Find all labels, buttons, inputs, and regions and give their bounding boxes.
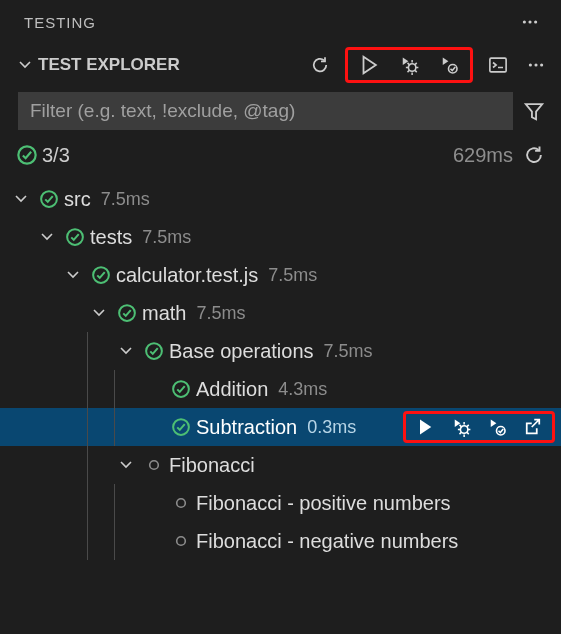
- pass-icon: [60, 227, 90, 247]
- pass-icon: [12, 144, 42, 166]
- tree-row-subtraction[interactable]: Subtraction 0.3ms: [0, 408, 561, 446]
- filter-icon[interactable]: [521, 98, 547, 124]
- unrun-icon: [166, 533, 196, 549]
- tree-time: 7.5ms: [101, 189, 150, 210]
- summary-count: 3/3: [42, 144, 70, 167]
- tree-label: src: [64, 188, 91, 211]
- pass-icon: [166, 379, 196, 399]
- tree-label: Fibonacci - negative numbers: [196, 530, 458, 553]
- tree-label: math: [142, 302, 186, 325]
- tree-row-baseops[interactable]: Base operations 7.5ms: [0, 332, 561, 370]
- chevron-down-icon[interactable]: [113, 457, 139, 473]
- chevron-down-icon[interactable]: [113, 343, 139, 359]
- tree-row-math[interactable]: math 7.5ms: [0, 294, 561, 332]
- pass-icon: [166, 417, 196, 437]
- tree-row-fibpos[interactable]: Fibonacci - positive numbers: [0, 484, 561, 522]
- tree-time: 7.5ms: [324, 341, 373, 362]
- run-group-highlight: [345, 47, 473, 83]
- tree-label: calculator.test.js: [116, 264, 258, 287]
- run-test-icon[interactable]: [412, 414, 438, 440]
- tree-row-fibneg[interactable]: Fibonacci - negative numbers: [0, 522, 561, 560]
- refresh-icon[interactable]: [307, 52, 333, 78]
- panel-title: TESTING: [24, 14, 96, 31]
- pass-icon: [86, 265, 116, 285]
- tree-time: 4.3ms: [278, 379, 327, 400]
- chevron-down-icon[interactable]: [34, 229, 60, 245]
- tree-label: Fibonacci: [169, 454, 255, 477]
- tree-time: 7.5ms: [142, 227, 191, 248]
- goto-source-icon[interactable]: [520, 414, 546, 440]
- pass-icon: [112, 303, 142, 323]
- tree-time: 0.3ms: [307, 417, 356, 438]
- debug-all-icon[interactable]: [396, 52, 422, 78]
- tree-row-src[interactable]: src 7.5ms: [0, 180, 561, 218]
- tree-time: 7.5ms: [268, 265, 317, 286]
- run-all-icon[interactable]: [356, 52, 382, 78]
- tree-label: Subtraction: [196, 416, 297, 439]
- tree-label: Base operations: [169, 340, 314, 363]
- tree-row-fib[interactable]: Fibonacci: [0, 446, 561, 484]
- tree-label: Addition: [196, 378, 268, 401]
- chevron-down-icon[interactable]: [8, 191, 34, 207]
- chevron-down-icon[interactable]: [12, 57, 38, 73]
- filter-input[interactable]: [18, 92, 513, 130]
- refresh-summary-icon[interactable]: [521, 142, 547, 168]
- tree-row-tests[interactable]: tests 7.5ms: [0, 218, 561, 256]
- coverage-all-icon[interactable]: [436, 52, 462, 78]
- tree-row-calc[interactable]: calculator.test.js 7.5ms: [0, 256, 561, 294]
- debug-test-icon[interactable]: [448, 414, 474, 440]
- terminal-icon[interactable]: [485, 52, 511, 78]
- tree-row-addition[interactable]: Addition 4.3ms: [0, 370, 561, 408]
- pass-icon: [34, 189, 64, 209]
- more-actions-icon[interactable]: [517, 9, 543, 35]
- row-actions-highlight: [403, 411, 555, 443]
- unrun-icon: [139, 457, 169, 473]
- summary-time: 629ms: [453, 144, 513, 167]
- tree-time: 7.5ms: [196, 303, 245, 324]
- unrun-icon: [166, 495, 196, 511]
- chevron-down-icon[interactable]: [60, 267, 86, 283]
- pass-icon: [139, 341, 169, 361]
- coverage-test-icon[interactable]: [484, 414, 510, 440]
- tree-label: Fibonacci - positive numbers: [196, 492, 451, 515]
- chevron-down-icon[interactable]: [86, 305, 112, 321]
- section-title: TEST EXPLORER: [38, 55, 180, 75]
- tree-label: tests: [90, 226, 132, 249]
- section-more-icon[interactable]: [523, 52, 549, 78]
